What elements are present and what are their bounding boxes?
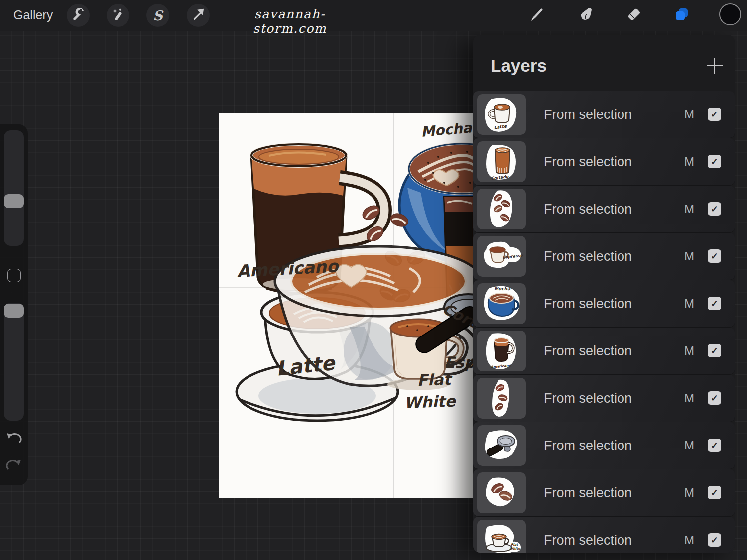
- layers-panel: Layers Latte From selec: [473, 35, 735, 553]
- layer-name[interactable]: From selection: [544, 343, 632, 359]
- wrench-icon: [72, 8, 85, 23]
- brush-opacity-slider[interactable]: [4, 303, 24, 421]
- blend-mode-button[interactable]: M: [682, 486, 696, 500]
- layer-visibility-checkbox[interactable]: [708, 439, 721, 452]
- coffee-illustration: Americano Mocha Latte Cort Esp Flat Whit…: [219, 113, 473, 498]
- svg-text:Flat: Flat: [511, 543, 518, 547]
- svg-text:White: White: [404, 392, 457, 412]
- layer-thumbnail-cortado[interactable]: Cortado: [477, 141, 526, 182]
- svg-text:Mocha: Mocha: [420, 119, 473, 140]
- top-toolbar: Gallery S savannah-storm.com: [0, 0, 747, 31]
- layer-name[interactable]: From selection: [544, 249, 632, 264]
- blend-mode-button[interactable]: M: [682, 297, 696, 311]
- layer-row[interactable]: Americano From selection M: [473, 328, 735, 375]
- layer-row[interactable]: Flat White From selection M: [473, 517, 735, 553]
- add-layer-button[interactable]: [706, 57, 724, 75]
- blend-mode-button[interactable]: M: [682, 533, 696, 547]
- layer-visibility-checkbox[interactable]: [708, 155, 721, 168]
- layer-thumbnail-mocha[interactable]: Mocha: [477, 283, 526, 324]
- layer-visibility-checkbox[interactable]: [708, 249, 721, 263]
- layer-thumbnail-beans[interactable]: [477, 378, 526, 419]
- color-circle-icon: [719, 3, 742, 28]
- smudge-icon: [578, 7, 593, 24]
- blend-mode-button[interactable]: M: [682, 439, 696, 452]
- layer-name[interactable]: From selection: [544, 391, 632, 406]
- document-title: savannah-storm.com: [223, 7, 357, 36]
- eraser-button[interactable]: [622, 4, 645, 27]
- brush-sidebar: [0, 124, 28, 485]
- layer-name[interactable]: From selection: [544, 154, 632, 170]
- layer-name[interactable]: From selection: [544, 533, 632, 548]
- layers-icon: [674, 6, 690, 24]
- layer-thumbnail-portafilter[interactable]: [477, 425, 526, 466]
- layer-name[interactable]: From selection: [544, 296, 632, 312]
- brush-size-handle[interactable]: [4, 194, 24, 208]
- layer-row[interactable]: Mocha From selection M: [473, 280, 735, 328]
- svg-text:Flat: Flat: [417, 370, 453, 389]
- smudge-button[interactable]: [574, 4, 597, 27]
- modify-button[interactable]: [7, 269, 21, 282]
- transform-button[interactable]: [187, 4, 210, 27]
- blend-mode-button[interactable]: M: [682, 391, 696, 405]
- blend-mode-button[interactable]: M: [682, 155, 696, 169]
- color-button[interactable]: [719, 4, 742, 27]
- selection-s-icon: S: [153, 8, 163, 23]
- transform-arrow-icon: [192, 8, 205, 23]
- actions-button[interactable]: [67, 4, 90, 27]
- brush-opacity-handle[interactable]: [4, 304, 24, 318]
- eraser-icon: [626, 7, 641, 24]
- layer-row[interactable]: Espresso From selection M: [473, 233, 735, 280]
- layer-row[interactable]: From selection M: [473, 469, 735, 517]
- brush-button[interactable]: [525, 4, 548, 27]
- brush-size-slider[interactable]: [4, 130, 24, 246]
- layer-row[interactable]: Latte From selection M: [473, 91, 735, 138]
- svg-text:Esp: Esp: [444, 353, 473, 371]
- layer-visibility-checkbox[interactable]: [708, 486, 721, 499]
- layer-row[interactable]: Cortado From selection M: [473, 138, 735, 186]
- layer-name[interactable]: From selection: [544, 202, 632, 217]
- blend-mode-button[interactable]: M: [682, 344, 696, 358]
- layer-visibility-checkbox[interactable]: [708, 391, 721, 405]
- blend-mode-button[interactable]: M: [682, 108, 696, 121]
- layer-row[interactable]: From selection M: [473, 375, 735, 422]
- svg-text:White: White: [509, 547, 520, 551]
- blend-mode-button[interactable]: M: [682, 249, 696, 263]
- magic-wand-icon: [112, 8, 124, 23]
- layers-button[interactable]: [670, 4, 693, 27]
- blend-mode-button[interactable]: M: [682, 202, 696, 216]
- layers-panel-title: Layers: [491, 56, 547, 76]
- gallery-button[interactable]: Gallery: [13, 8, 53, 22]
- layer-row[interactable]: From selection M: [473, 422, 735, 469]
- layer-thumbnail-espresso[interactable]: Espresso: [477, 236, 526, 277]
- drawing-canvas[interactable]: Americano Mocha Latte Cort Esp Flat Whit…: [219, 113, 473, 498]
- redo-icon[interactable]: [5, 459, 22, 473]
- layer-thumbnail-beans[interactable]: [477, 189, 526, 229]
- layer-name[interactable]: From selection: [544, 438, 632, 453]
- layer-thumbnail-americano[interactable]: Americano: [477, 331, 526, 371]
- adjustments-button[interactable]: [107, 4, 129, 27]
- layer-visibility-checkbox[interactable]: [708, 202, 721, 216]
- layer-thumbnail-beans[interactable]: [477, 472, 526, 513]
- svg-text:Mocha: Mocha: [494, 286, 511, 291]
- brush-icon: [529, 7, 544, 24]
- layer-visibility-checkbox[interactable]: [708, 344, 721, 357]
- layer-visibility-checkbox[interactable]: [708, 533, 721, 547]
- layer-visibility-checkbox[interactable]: [708, 108, 721, 121]
- layer-row[interactable]: From selection M: [473, 186, 735, 233]
- layer-visibility-checkbox[interactable]: [708, 297, 721, 310]
- layer-thumbnail-flat-white[interactable]: Flat White: [477, 520, 526, 553]
- layer-name[interactable]: From selection: [544, 485, 632, 501]
- plus-icon: [706, 68, 724, 76]
- layer-list: Latte From selection M Cortado From sele…: [473, 91, 735, 553]
- layer-thumbnail-latte[interactable]: Latte: [477, 94, 526, 135]
- undo-icon[interactable]: [5, 432, 22, 446]
- selection-button[interactable]: S: [146, 4, 169, 27]
- layer-name[interactable]: From selection: [544, 107, 632, 122]
